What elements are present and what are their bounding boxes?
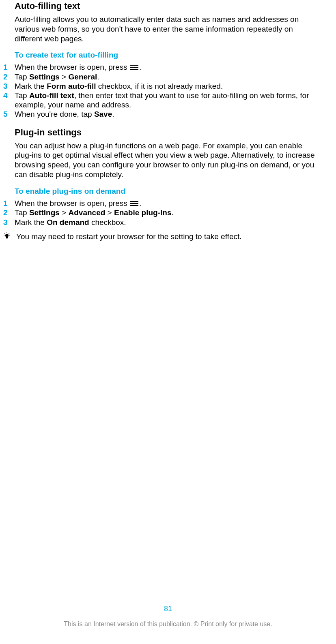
heading-autofill: Auto-filling text: [15, 1, 321, 11]
step-text: Mark the Form auto-fill checkbox, if it …: [15, 82, 321, 91]
step-text: Tap Settings > General.: [15, 73, 321, 81]
text-segment: Mark the: [15, 82, 47, 90]
bold-segment: Save: [94, 110, 112, 118]
step-text: Tap Auto-fill text, then enter text that…: [15, 91, 321, 109]
bold-segment: Form auto-fill: [47, 82, 96, 90]
text-segment: .: [139, 63, 141, 71]
plugin-steps: 1 When the browser is open, press . 2 Ta…: [15, 199, 321, 227]
lightbulb-icon: [3, 232, 15, 242]
text-segment: Tap: [15, 208, 29, 217]
menu-icon: [129, 64, 139, 70]
text-segment: .: [97, 73, 99, 81]
text-segment: .: [139, 199, 141, 208]
body-autofill: Auto-filling allows you to automatically…: [15, 15, 321, 43]
text-segment: Mark the: [15, 218, 47, 227]
step-number: 2: [3, 73, 15, 81]
step-row: 5 When you're done, tap Save.: [15, 110, 321, 119]
svg-rect-12: [6, 237, 8, 238]
step-text: When you're done, tap Save.: [15, 110, 321, 119]
bold-segment: General: [69, 73, 97, 81]
text-segment: .: [171, 208, 173, 217]
step-row: 4 Tap Auto-fill text, then enter text th…: [15, 91, 321, 109]
text-segment: >: [60, 208, 69, 217]
step-row: 2 Tap Settings > Advanced > Enable plug-…: [15, 208, 321, 217]
text-segment: >: [105, 208, 114, 217]
menu-icon: [129, 201, 139, 206]
text-segment: When you're done, tap: [15, 110, 94, 118]
body-plugin: You can adjust how a plug-in functions o…: [15, 141, 321, 180]
page-number: 81: [0, 605, 336, 613]
svg-rect-13: [6, 238, 8, 239]
step-number: 4: [3, 91, 15, 100]
step-text: When the browser is open, press .: [15, 63, 321, 72]
step-row: 1 When the browser is open, press .: [15, 199, 321, 208]
svg-line-8: [9, 233, 10, 234]
text-segment: When the browser is open, press: [15, 199, 129, 208]
bold-segment: Settings: [29, 208, 60, 217]
text-segment: >: [60, 73, 69, 81]
bold-segment: Auto-fill text: [29, 91, 74, 100]
page-footer: 81 This is an Internet version of this p…: [0, 605, 336, 628]
step-text: When the browser is open, press .: [15, 199, 321, 208]
bold-segment: On demand: [47, 218, 89, 227]
step-number: 1: [3, 63, 15, 72]
step-row: 3 Mark the On demand checkbox.: [15, 218, 321, 227]
step-row: 3 Mark the Form auto-fill checkbox, if i…: [15, 82, 321, 91]
subheading-enable-plugin: To enable plug-ins on demand: [15, 187, 321, 196]
step-number: 3: [3, 82, 15, 91]
text-segment: checkbox, if it is not already marked.: [96, 82, 223, 90]
autofill-steps: 1 When the browser is open, press . 2 Ta…: [15, 63, 321, 119]
step-text: Mark the On demand checkbox.: [15, 218, 321, 227]
text-segment: When the browser is open, press: [15, 63, 129, 71]
step-row: 1 When the browser is open, press .: [15, 63, 321, 72]
subheading-create-autofill: To create text for auto-filling: [15, 51, 321, 60]
step-row: 2 Tap Settings > General.: [15, 73, 321, 81]
heading-plugin: Plug-in settings: [15, 127, 321, 138]
footer-note: This is an Internet version of this publ…: [0, 620, 336, 628]
step-text: Tap Settings > Advanced > Enable plug-in…: [15, 208, 321, 217]
step-number: 1: [3, 199, 15, 208]
text-segment: Tap: [15, 91, 29, 100]
svg-line-7: [4, 233, 5, 234]
step-number: 2: [3, 208, 15, 217]
step-number: 3: [3, 218, 15, 227]
bold-segment: Advanced: [69, 208, 106, 217]
tip-row: You may need to restart your browser for…: [3, 232, 321, 242]
text-segment: Tap: [15, 73, 29, 81]
text-segment: .: [112, 110, 114, 118]
text-segment: checkbox.: [89, 218, 126, 227]
svg-point-11: [5, 234, 9, 237]
bold-segment: Settings: [29, 73, 60, 81]
tip-text: You may need to restart your browser for…: [15, 232, 321, 242]
bold-segment: Enable plug-ins: [114, 208, 171, 217]
step-number: 5: [3, 110, 15, 119]
